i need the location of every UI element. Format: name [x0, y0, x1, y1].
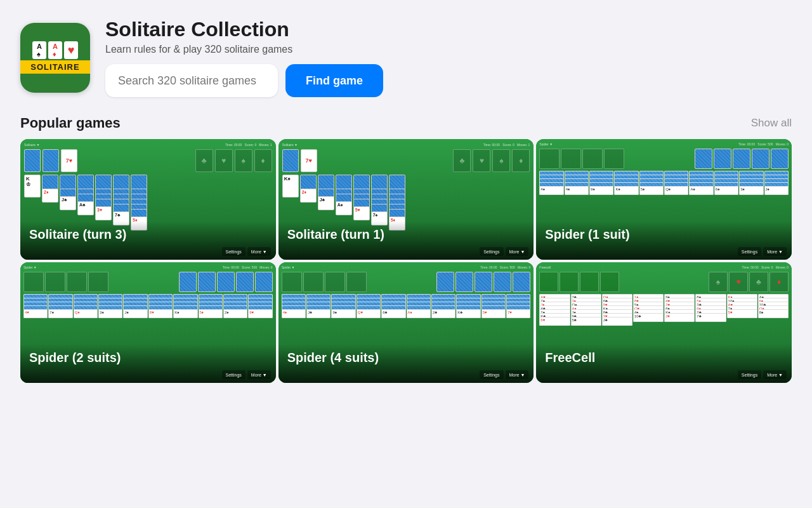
- game-title-2: Solitaire (turn 1): [287, 227, 525, 242]
- game-card-freecell[interactable]: Freecell Time: 00:00 Score: 0 Moves: 0 ♠…: [536, 262, 792, 383]
- game-screenshot-solitaire-turn1: Solitaire ▼ Time: 00:00 Score: 0 Moves: …: [278, 139, 534, 260]
- game-title-3: Spider (1 suit): [545, 227, 783, 242]
- card-a-spade: A♠: [32, 41, 46, 59]
- game-card-spider4[interactable]: Spider ▼ Time: 00:00 Score: 500 Moves: 0: [278, 262, 534, 383]
- game-screenshot-solitaire-turn3: Solitaire ▼ Time: 00:00 Score: 0 Moves: …: [20, 139, 276, 260]
- game-card-solitaire-turn1[interactable]: Solitaire ▼ Time: 00:00 Score: 0 Moves: …: [278, 139, 534, 260]
- game-screenshot-spider4: Spider ▼ Time: 00:00 Score: 500 Moves: 0: [278, 262, 534, 383]
- popular-section-title: Popular games: [20, 115, 121, 131]
- app-title: Solitaire Collection: [105, 18, 383, 41]
- app-icon[interactable]: A♠ A♦ ♥ SOLITAIRE: [20, 23, 90, 93]
- game-screenshot-spider2: Spider ▼ Time: 00:00 Score: 500 Moves: 0: [20, 262, 276, 383]
- game-title-6: FreeCell: [545, 351, 783, 365]
- top-bar-5: Spider ▼ Time: 00:00 Score: 500 Moves: 0: [282, 265, 531, 269]
- game-card-spider1[interactable]: Spider ▼ Time: 00:00 Score: 500 Moves: 0: [536, 139, 792, 260]
- top-bar-4: Spider ▼ Time: 00:00 Score: 500 Moves: 0: [23, 265, 273, 269]
- card-a-diamond: A♦: [48, 41, 62, 59]
- game-title-4: Spider (2 suits): [29, 351, 267, 365]
- games-grid: Solitaire ▼ Time: 00:00 Score: 0 Moves: …: [0, 139, 812, 383]
- app-header: A♠ A♦ ♥ SOLITAIRE Solitaire Collection L…: [0, 0, 812, 110]
- top-bar-2: Solitaire ▼ Time: 00:00 Score: 0 Moves: …: [282, 143, 530, 147]
- game-title-5: Spider (4 suits): [287, 351, 525, 365]
- search-area: Find game: [105, 64, 383, 97]
- app-icon-cards: A♠ A♦ ♥: [32, 41, 78, 59]
- search-input[interactable]: [105, 64, 278, 97]
- game-screenshot-spider1: Spider ▼ Time: 00:00 Score: 500 Moves: 0: [536, 139, 792, 260]
- game-title-1: Solitaire (turn 3): [29, 227, 267, 242]
- app-icon-label: SOLITAIRE: [20, 60, 90, 74]
- top-bar: Solitaire ▼ Time: 00:00 Score: 0 Moves: …: [24, 143, 272, 147]
- game-screenshot-freecell: Freecell Time: 00:00 Score: 0 Moves: 0 ♠…: [536, 262, 792, 383]
- game-card-spider2[interactable]: Spider ▼ Time: 00:00 Score: 500 Moves: 0: [20, 262, 276, 383]
- app-subtitle: Learn rules for & play 320 solitaire gam…: [105, 44, 383, 55]
- top-bar-3: Spider ▼ Time: 00:00 Score: 500 Moves: 0: [539, 142, 789, 146]
- find-game-button[interactable]: Find game: [285, 64, 383, 97]
- card-heart: ♥: [64, 41, 78, 59]
- game-card-solitaire-turn3[interactable]: Solitaire ▼ Time: 00:00 Score: 0 Moves: …: [20, 139, 276, 260]
- app-title-area: Solitaire Collection Learn rules for & p…: [105, 18, 383, 97]
- popular-section-header: Popular games Show all: [0, 110, 812, 139]
- top-bar-6: Freecell Time: 00:00 Score: 0 Moves: 0: [539, 265, 789, 269]
- show-all-button[interactable]: Show all: [751, 117, 792, 130]
